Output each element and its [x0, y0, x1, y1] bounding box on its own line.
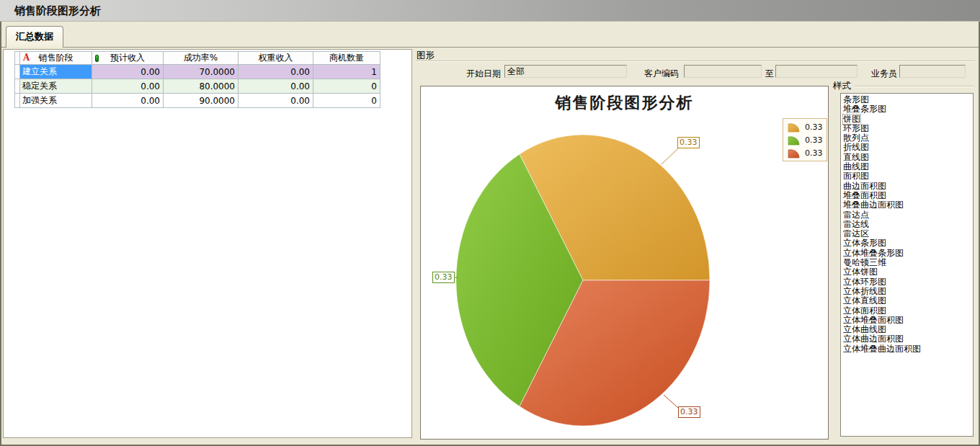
legend-item: 0.33	[787, 135, 824, 146]
style-group-label: 样式	[833, 80, 851, 92]
graph-group-rule	[416, 61, 975, 61]
tab-summary-data[interactable]: 汇总数据	[6, 26, 63, 48]
cell-success[interactable]: 90.0000	[164, 94, 239, 108]
style-item[interactable]: 立体堆叠条形图	[843, 249, 973, 258]
cell-expected[interactable]: 0.00	[92, 79, 164, 94]
header-indicator-cell	[15, 52, 20, 65]
slice-label-red: 0.33	[678, 406, 700, 418]
start-date-label: 开始日期	[462, 68, 501, 80]
cell-count[interactable]: 1	[313, 65, 380, 79]
cell-weighted[interactable]: 0.00	[239, 65, 313, 79]
cell-stage-selected[interactable]: 建立关系	[20, 65, 92, 79]
style-item[interactable]: 折线图	[843, 143, 973, 152]
style-item[interactable]: 曲线图	[843, 162, 973, 171]
style-group-rule	[855, 86, 974, 86]
cell-success[interactable]: 80.0000	[164, 79, 239, 94]
sort-a-icon: A	[23, 53, 30, 63]
leader-line-red	[664, 395, 678, 408]
cell-weighted[interactable]: 0.00	[239, 79, 313, 94]
customer-code-to-field[interactable]	[775, 65, 858, 78]
cell-expected[interactable]: 0.00	[92, 65, 164, 79]
column-header-success-rate[interactable]: 成功率%	[164, 52, 239, 65]
style-item[interactable]: 立体曲线图	[843, 325, 973, 334]
style-item[interactable]: 立体面积图	[843, 306, 973, 316]
legend-wedge-red-icon	[787, 148, 801, 159]
column-header-weighted-income[interactable]: 权重收入	[239, 52, 313, 65]
table-row[interactable]: 稳定关系 0.00 80.0000 0.00 0	[15, 79, 380, 94]
style-item[interactable]: 立体折线图	[843, 287, 973, 296]
window-border-left	[0, 22, 1, 446]
salesman-label: 业务员	[867, 68, 897, 80]
cell-expected[interactable]: 0.00	[92, 94, 164, 108]
cell-stage[interactable]: 加强关系	[20, 94, 92, 108]
column-header-opportunity-count[interactable]: 商机数量	[313, 52, 380, 65]
style-item[interactable]: 立体直线图	[843, 296, 973, 305]
row-indicator	[15, 65, 20, 79]
style-item[interactable]: 雷达点	[843, 210, 973, 220]
table-header-row: A销售阶段 预计收入 成功率% 权重收入 商机数量	[15, 52, 380, 65]
style-item[interactable]: 堆叠条形图	[843, 104, 973, 114]
legend-wedge-orange-icon	[787, 122, 801, 133]
style-item[interactable]: 雷达区	[843, 229, 973, 238]
style-item[interactable]: 环形图	[843, 124, 973, 133]
style-item[interactable]: 曲边面积图	[843, 182, 973, 191]
start-date-field[interactable]	[504, 65, 627, 78]
row-indicator	[15, 94, 20, 108]
column-header-stage[interactable]: A销售阶段	[20, 52, 92, 65]
legend-wedge-green-icon	[787, 135, 801, 146]
tabstrip-divider	[1, 47, 979, 48]
pie-chart	[421, 86, 828, 439]
leader-line-orange	[662, 148, 678, 164]
style-item[interactable]: 堆叠面积图	[843, 191, 973, 200]
cell-stage[interactable]: 稳定关系	[20, 79, 92, 94]
style-item[interactable]: 条形图	[843, 95, 973, 104]
slice-label-orange: 0.33	[677, 137, 700, 148]
customer-code-from-field[interactable]	[684, 65, 762, 78]
style-item[interactable]: 雷达线	[843, 220, 973, 229]
table-row[interactable]: 加强关系 0.00 90.0000 0.00 0	[15, 94, 380, 108]
cell-weighted[interactable]: 0.00	[239, 94, 313, 108]
style-item[interactable]: 立体曲边面积图	[843, 334, 973, 344]
slice-label-green: 0.33	[432, 272, 455, 283]
summary-table: A销售阶段 预计收入 成功率% 权重收入 商机数量 建立关系 0.00 70.0…	[14, 51, 380, 108]
salesman-field[interactable]	[899, 65, 966, 78]
style-item[interactable]: 立体堆叠曲边面积图	[843, 344, 973, 354]
table-row[interactable]: 建立关系 0.00 70.0000 0.00 1	[15, 65, 380, 79]
summary-panel: A销售阶段 预计收入 成功率% 权重收入 商机数量 建立关系 0.00 70.0…	[3, 49, 412, 438]
app-window: 销售阶段图形分析 汇总数据 A销售阶段 预计收入 成功率% 权重收入 商机数量 …	[0, 0, 980, 446]
titlebar: 销售阶段图形分析	[0, 0, 980, 22]
cell-success[interactable]: 70.0000	[164, 65, 239, 79]
style-item[interactable]: 面积图	[843, 171, 973, 181]
chart-canvas: 销售阶段图形分析 0.33 0.33 0.33	[420, 86, 829, 440]
style-item[interactable]: 立体环形图	[843, 277, 973, 287]
chart-legend: 0.33 0.33 0.33	[783, 118, 827, 161]
style-item[interactable]: 曼哈顿三维	[843, 258, 973, 267]
style-item[interactable]: 立体堆叠面积图	[843, 316, 973, 325]
legend-item: 0.33	[787, 148, 824, 159]
window-title: 销售阶段图形分析	[14, 0, 101, 22]
style-item[interactable]: 立体条形图	[843, 238, 973, 248]
style-item[interactable]: 立体饼图	[843, 267, 973, 277]
to-label: 至	[764, 68, 774, 80]
style-item-pie[interactable]: 饼图	[843, 115, 860, 124]
chart-style-listbox[interactable]: 条形图 堆叠条形图 饼图 环形图 散列点 折线图 直线图 曲线图 面积图 曲边面…	[840, 93, 974, 437]
style-item[interactable]: 堆叠曲边面积图	[843, 200, 973, 210]
style-item[interactable]: 散列点	[843, 133, 973, 143]
green-bar-icon	[95, 55, 99, 62]
style-item[interactable]: 直线图	[843, 153, 973, 162]
cell-count[interactable]: 0	[313, 79, 380, 94]
cell-count[interactable]: 0	[313, 94, 380, 108]
row-indicator	[15, 79, 20, 94]
legend-item: 0.33	[787, 122, 824, 133]
customer-code-label: 客户编码	[637, 68, 679, 80]
column-header-expected-income[interactable]: 预计收入	[92, 52, 164, 65]
